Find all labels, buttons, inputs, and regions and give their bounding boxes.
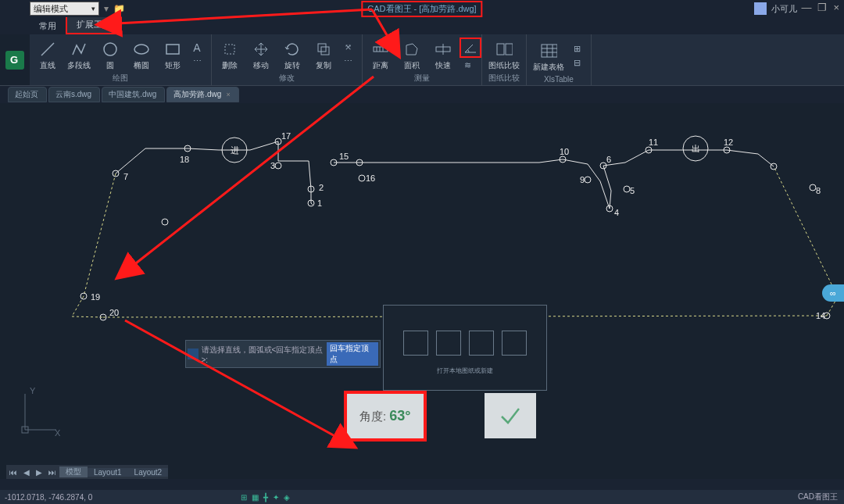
command-prompt: 请选择直线，圆弧或<回车指定顶点>: bbox=[202, 345, 326, 364]
thumb-3[interactable] bbox=[469, 331, 494, 356]
restore-button[interactable]: ❐ bbox=[817, 2, 827, 13]
ortho-toggle[interactable]: ╋ bbox=[263, 493, 268, 502]
panel-label-modify: 修改 bbox=[279, 73, 295, 85]
osnap-toggle[interactable]: ◈ bbox=[284, 493, 290, 502]
doc-tab-active[interactable]: 高加劳路.dwg× bbox=[166, 87, 238, 102]
svg-text:8: 8 bbox=[816, 186, 821, 195]
status-brand: CAD看图王 bbox=[798, 491, 838, 502]
polar-toggle[interactable]: ✦ bbox=[273, 493, 279, 502]
panel-xlstable: 新建表格 ⊞ ⊟ XlsTable bbox=[527, 34, 592, 85]
panel-label-measure: 测量 bbox=[414, 73, 430, 85]
layout-tab-model[interactable]: 模型 bbox=[59, 466, 88, 477]
layout-prev[interactable]: ◀ bbox=[20, 468, 33, 477]
svg-point-37 bbox=[560, 156, 566, 163]
tool-move[interactable]: 移动 bbox=[246, 36, 276, 73]
tool-rectangle[interactable]: 矩形 bbox=[158, 36, 188, 73]
doc-tab-2[interactable]: 中国建筑.dwg bbox=[102, 87, 165, 102]
svg-text:10: 10 bbox=[560, 147, 569, 156]
svg-point-1 bbox=[104, 43, 116, 55]
panel-label-xls: XlsTable bbox=[544, 75, 574, 85]
circle-icon bbox=[102, 41, 119, 58]
svg-point-36 bbox=[359, 175, 365, 181]
distance-icon bbox=[372, 41, 389, 58]
tool-copy[interactable]: 复制 bbox=[309, 36, 338, 73]
qat-open-icon[interactable]: 📁 bbox=[113, 3, 125, 14]
copy-icon bbox=[315, 41, 332, 58]
tool-polyline[interactable]: 多段线 bbox=[64, 36, 94, 73]
tool-area[interactable]: 面积 bbox=[397, 36, 427, 73]
polyline-icon bbox=[70, 41, 88, 58]
modify-sm2[interactable]: ⋯ bbox=[340, 55, 356, 68]
svg-rect-13 bbox=[497, 44, 504, 55]
drawing-canvas[interactable]: 7 18 17 3 1 2 15 16 10 9 4 5 6 11 12 8 1… bbox=[0, 103, 844, 479]
confirm-button[interactable] bbox=[485, 393, 536, 438]
layout-tab-2[interactable]: Layout2 bbox=[128, 468, 169, 477]
svg-rect-14 bbox=[506, 44, 513, 55]
tool-rotate[interactable]: 旋转 bbox=[277, 36, 307, 73]
svg-point-46 bbox=[80, 293, 87, 299]
doc-tab-start[interactable]: 起始页 bbox=[8, 87, 47, 102]
avatar bbox=[754, 2, 767, 15]
tool-more[interactable]: ⋯ bbox=[189, 55, 205, 68]
angle-label: 角度: bbox=[359, 409, 386, 423]
tool-new-table[interactable]: 新建表格 bbox=[530, 36, 567, 75]
svg-point-34 bbox=[331, 159, 337, 166]
command-input[interactable]: 请选择直线，圆弧或<回车指定顶点>: 回车指定顶点 bbox=[185, 340, 381, 368]
panel-modify: 删除 移动 旋转 复制 ⤧ ⋯ 修改 bbox=[212, 34, 363, 85]
ucs-icon: X Y bbox=[16, 384, 63, 441]
tool-ellipse[interactable]: 椭圆 bbox=[127, 36, 156, 73]
app-logo[interactable] bbox=[0, 34, 30, 85]
user-area[interactable]: 小可儿 bbox=[754, 2, 797, 15]
layout-next[interactable]: ▶ bbox=[33, 468, 45, 477]
tool-line[interactable]: 直线 bbox=[33, 36, 63, 73]
ribbon-tabs: 常用 扩展工具 bbox=[0, 17, 844, 34]
tool-distance[interactable]: 距离 bbox=[366, 36, 395, 73]
qat-dropdown-icon[interactable]: ▾ bbox=[104, 3, 109, 14]
xls-sm2[interactable]: ⊟ bbox=[569, 56, 585, 69]
rectangle-icon bbox=[164, 41, 181, 58]
svg-rect-15 bbox=[542, 45, 557, 57]
minimize-button[interactable]: — bbox=[801, 2, 811, 13]
check-icon bbox=[499, 404, 522, 427]
status-coords: -1012.0718, -746.2874, 0 bbox=[5, 493, 92, 502]
panel-measure: 距离 面积 快速 ≋ 测量 bbox=[363, 34, 482, 85]
preview-caption: 打开本地图纸或新建 bbox=[384, 366, 546, 375]
close-icon[interactable]: × bbox=[226, 91, 230, 98]
snap-toggle[interactable]: ⊞ bbox=[241, 493, 247, 502]
tool-angle-measure[interactable] bbox=[460, 38, 481, 58]
xls-sm1[interactable]: ⊞ bbox=[569, 42, 585, 55]
svg-text:9: 9 bbox=[580, 175, 585, 184]
doc-tab-1[interactable]: 云南s.dwg bbox=[48, 87, 100, 102]
ribbon-tab-common[interactable]: 常用 bbox=[30, 18, 66, 34]
layout-tab-1[interactable]: Layout1 bbox=[88, 468, 128, 477]
erase-icon bbox=[221, 41, 238, 58]
tool-text[interactable]: A bbox=[189, 41, 205, 54]
layout-first[interactable]: ⏮ bbox=[6, 468, 20, 477]
thumb-1[interactable] bbox=[403, 331, 428, 356]
table-icon bbox=[540, 42, 557, 59]
thumb-2[interactable] bbox=[436, 331, 461, 356]
tool-compare[interactable]: 图纸比较 bbox=[485, 36, 523, 73]
modify-sm1[interactable]: ⤧ bbox=[340, 41, 356, 54]
chevron-down-icon: ▾ bbox=[91, 5, 95, 13]
svg-line-0 bbox=[41, 43, 54, 55]
grid-toggle[interactable]: ▦ bbox=[252, 493, 259, 502]
close-button[interactable]: × bbox=[833, 2, 839, 13]
layout-last[interactable]: ⏭ bbox=[45, 468, 59, 477]
tool-erase[interactable]: 删除 bbox=[215, 36, 245, 73]
thumb-4[interactable] bbox=[502, 331, 527, 356]
measure-sm2[interactable]: ≋ bbox=[460, 59, 475, 72]
ribbon-tab-extend[interactable]: 扩展工具 bbox=[66, 15, 122, 34]
tool-circle[interactable]: 圆 bbox=[95, 36, 125, 73]
svg-point-45 bbox=[810, 184, 816, 191]
side-collab-icon[interactable]: ∞ bbox=[822, 284, 844, 302]
tool-quick-measure[interactable]: 快速 bbox=[428, 36, 458, 73]
svg-point-43 bbox=[724, 147, 730, 153]
svg-text:出: 出 bbox=[692, 144, 700, 153]
area-icon bbox=[403, 41, 420, 58]
svg-text:20: 20 bbox=[109, 308, 119, 317]
angle-value: 63° bbox=[389, 408, 410, 424]
svg-point-30 bbox=[275, 138, 281, 145]
mode-dropdown[interactable]: 编辑模式 ▾ bbox=[30, 2, 99, 16]
layout-tabs: ⏮ ◀ ▶ ⏭ 模型 Layout1 Layout2 bbox=[6, 465, 168, 479]
